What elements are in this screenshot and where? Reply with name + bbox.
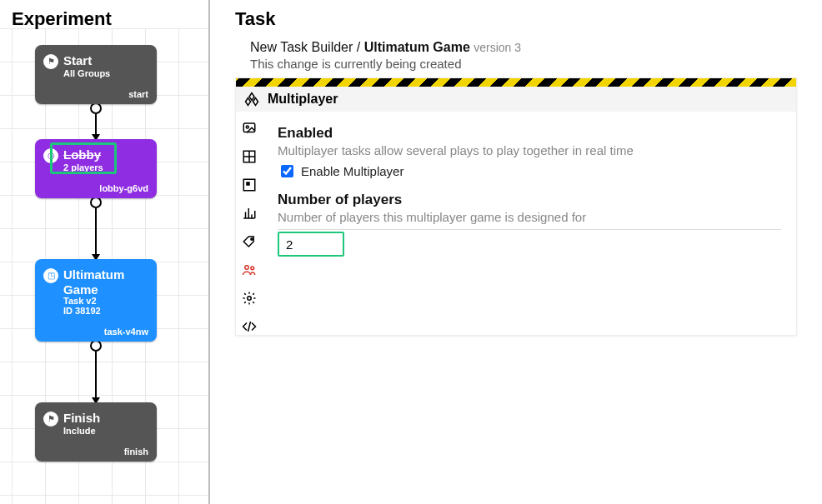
svg-point-8 bbox=[248, 297, 252, 301]
svg-rect-4 bbox=[247, 182, 249, 185]
svg-point-7 bbox=[251, 267, 254, 270]
players-title: Number of players bbox=[278, 192, 781, 208]
breadcrumb: New Task Builder / Ultimatum Game versio… bbox=[250, 40, 797, 55]
section-header-label: Multiplayer bbox=[268, 92, 338, 107]
node-start-tag: start bbox=[43, 89, 148, 99]
players-input[interactable]: 2 bbox=[278, 232, 344, 257]
section-icon-rail bbox=[236, 112, 263, 335]
enabled-title: Enabled bbox=[278, 125, 781, 142]
enable-multiplayer-row[interactable]: Enable Multiplayer bbox=[278, 162, 781, 180]
players-value: 2 bbox=[286, 237, 293, 252]
chart-icon[interactable] bbox=[241, 205, 258, 222]
node-start[interactable]: ⚑ Start All Groups start bbox=[35, 45, 157, 104]
node-finish-tag: finish bbox=[43, 447, 148, 457]
people-icon[interactable] bbox=[241, 262, 258, 278]
section-container: Multiplayer bbox=[235, 77, 797, 336]
task-panel: Task New Task Builder / Ultimatum Game v… bbox=[210, 0, 822, 504]
image-icon[interactable] bbox=[241, 120, 258, 137]
enabled-desc: Multiplayer tasks allow several plays to… bbox=[278, 143, 781, 157]
node-finish-sub: Include bbox=[63, 426, 148, 437]
node-start-title: Start bbox=[63, 53, 92, 67]
node-lobby[interactable]: ◷ Lobby 2 players lobby-g6vd bbox=[35, 139, 157, 198]
breadcrumb-sep: / bbox=[357, 40, 360, 54]
breadcrumb-builder[interactable]: New Task Builder bbox=[250, 40, 353, 54]
hazard-stripe bbox=[236, 78, 796, 87]
players-desc: Number of players this multiplayer game … bbox=[278, 210, 781, 224]
box-icon[interactable] bbox=[241, 177, 258, 193]
section-content: Enabled Multiplayer tasks allow several … bbox=[263, 112, 796, 335]
node-start-sub: All Groups bbox=[63, 68, 148, 79]
node-task-sub2: ID 38192 bbox=[63, 306, 148, 317]
connector bbox=[35, 340, 157, 404]
connector bbox=[35, 102, 157, 141]
experiment-title: Experiment bbox=[12, 8, 208, 30]
node-finish[interactable]: ⚑ Finish Include finish bbox=[35, 402, 157, 462]
svg-point-6 bbox=[245, 266, 249, 270]
connector bbox=[35, 197, 157, 261]
task-title: Task bbox=[235, 8, 797, 30]
enable-multiplayer-label: Enable Multiplayer bbox=[301, 164, 403, 178]
gear-icon[interactable] bbox=[241, 290, 258, 307]
svg-point-5 bbox=[251, 238, 253, 240]
enable-multiplayer-checkbox[interactable] bbox=[281, 165, 293, 177]
svg-point-1 bbox=[246, 126, 248, 128]
flag-icon: ⚑ bbox=[43, 54, 58, 69]
experiment-panel: Experiment ⚑ Start All Groups start ◷ bbox=[0, 0, 210, 504]
node-task-tag: task-v4nw bbox=[43, 327, 148, 337]
flow-diagram: ⚑ Start All Groups start ◷ Lobby 2 playe… bbox=[35, 45, 157, 462]
multiplayer-icon bbox=[244, 92, 259, 107]
grid-icon[interactable] bbox=[241, 148, 258, 165]
node-lobby-tag: lobby-g6vd bbox=[43, 183, 148, 193]
highlight-lobby bbox=[50, 142, 117, 174]
status-text: This change is currently being created bbox=[250, 57, 797, 71]
flag-icon: ⚑ bbox=[43, 412, 58, 427]
breadcrumb-name: Ultimatum Game bbox=[364, 40, 470, 54]
tag-icon[interactable] bbox=[241, 233, 258, 250]
separator bbox=[278, 229, 781, 230]
node-finish-title: Finish bbox=[63, 411, 100, 425]
breadcrumb-version: version 3 bbox=[474, 41, 521, 54]
task-icon: ◳ bbox=[43, 268, 58, 283]
node-task-title: Ultimatum Game bbox=[63, 267, 148, 297]
node-task[interactable]: ◳ Ultimatum Game Task v2 ID 38192 task-v… bbox=[35, 259, 157, 342]
section-header: Multiplayer bbox=[236, 87, 796, 112]
code-icon[interactable] bbox=[241, 318, 258, 335]
